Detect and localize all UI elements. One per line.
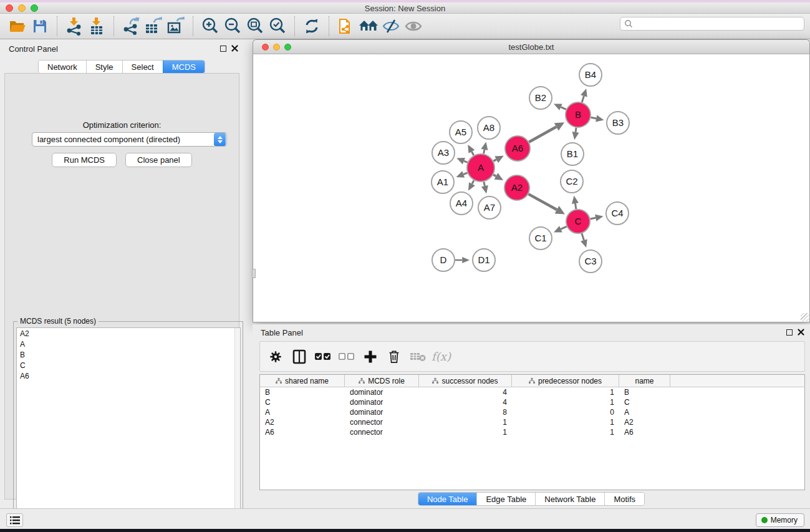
graph-edge-C-C1[interactable]	[561, 226, 566, 229]
attribute-tree-icon	[359, 378, 365, 384]
tab-select[interactable]: Select	[122, 60, 163, 73]
table-column-header[interactable]: name	[619, 375, 670, 387]
graph-edge-A-A1[interactable]	[463, 173, 467, 174]
graph-node-label: A4	[456, 198, 467, 208]
graph-edge-A2-C[interactable]	[528, 194, 557, 210]
graph-edge-A-A8[interactable]	[484, 150, 485, 154]
show-graphics-details-icon[interactable]	[402, 16, 425, 37]
float-table-panel-icon[interactable]	[786, 329, 793, 336]
graph-edge-A-A7[interactable]	[484, 181, 485, 186]
table-row[interactable]: A2connector11A2	[260, 417, 804, 427]
memory-button[interactable]: Memory	[756, 513, 804, 527]
graph-edge-A6-B[interactable]	[529, 127, 556, 142]
delete-table-icon[interactable]	[407, 346, 428, 367]
graph-edge-A-A5[interactable]	[471, 152, 473, 155]
save-session-icon[interactable]	[29, 16, 51, 37]
graph-edge-A-A2[interactable]	[493, 175, 496, 176]
zoom-out-icon[interactable]	[221, 16, 244, 37]
graph-node-label: A3	[438, 147, 449, 158]
table-row[interactable]: A6connector11A6	[260, 427, 804, 437]
column-layout-icon[interactable]	[289, 346, 309, 367]
graph-edge-B-B2[interactable]	[561, 107, 566, 110]
tab-network-table[interactable]: Network Table	[535, 493, 604, 505]
table-cell: 4	[419, 388, 512, 397]
graph-edge-A-A3[interactable]	[464, 161, 468, 162]
graph-node-label: A6	[512, 143, 523, 153]
close-panel-button[interactable]: Close panel	[125, 153, 192, 167]
graph-edge-A-A6[interactable]	[493, 160, 496, 162]
zoom-selected-icon[interactable]	[266, 16, 289, 37]
tab-motifs[interactable]: Motifs	[604, 493, 644, 505]
mcds-result-item[interactable]: A6	[17, 370, 240, 381]
graph-node-label: C4	[611, 208, 623, 218]
table-cell: C	[260, 398, 345, 407]
tab-style[interactable]: Style	[86, 60, 122, 73]
node-table[interactable]: shared nameMCDS rolesuccessor nodesprede…	[259, 374, 805, 490]
tab-mcds[interactable]: MCDS	[163, 60, 205, 73]
network-document-icon[interactable]	[335, 16, 357, 37]
toolbar-separator	[113, 16, 114, 36]
add-column-icon[interactable]	[360, 346, 380, 367]
table-cell: 1	[419, 428, 512, 437]
session-title: Session: New Session	[0, 4, 810, 13]
table-row[interactable]: Adominator80A	[260, 407, 804, 417]
table-column-header[interactable]: MCDS role	[345, 375, 419, 387]
mcds-result-item[interactable]: C	[17, 360, 240, 370]
function-builder-icon[interactable]: f(x)	[431, 346, 451, 367]
graph-edge-B-B1[interactable]	[576, 128, 576, 132]
task-history-button[interactable]	[6, 513, 23, 527]
tab-node-table[interactable]: Node Table	[418, 493, 477, 505]
graph-node-label: A7	[484, 202, 495, 213]
close-panel-icon[interactable]	[231, 45, 238, 52]
import-network-icon[interactable]	[63, 16, 85, 37]
network-canvas[interactable]: AA6A2BCB4B2B3B1A5A8A3A1A4A7C2C4C1C3DD1	[253, 54, 810, 322]
mcds-result-item[interactable]: B	[17, 349, 240, 360]
scrollbar-track[interactable]	[234, 328, 240, 528]
home-icon[interactable]	[357, 16, 380, 37]
float-panel-icon[interactable]	[220, 46, 226, 52]
select-all-checkboxes-icon[interactable]	[312, 346, 333, 367]
graph-node-label: B3	[612, 117, 624, 128]
import-table-icon[interactable]	[85, 16, 108, 37]
zoom-in-icon[interactable]	[199, 16, 221, 37]
graph-edge-C-C3[interactable]	[582, 233, 584, 240]
graph-edge-C-C4[interactable]	[591, 218, 596, 219]
graph-edge-B-B4[interactable]	[582, 96, 584, 102]
deselect-checkboxes-icon[interactable]	[336, 346, 357, 367]
run-mcds-button[interactable]: Run MCDS	[52, 153, 117, 167]
graph-edge-A-A4[interactable]	[472, 180, 474, 184]
export-network-icon[interactable]	[120, 16, 142, 37]
mcds-result-item[interactable]: A2	[17, 328, 240, 339]
table-column-header[interactable]: predecessor nodes	[512, 375, 619, 387]
edge-arrowhead	[481, 185, 488, 193]
refresh-layout-icon[interactable]	[301, 16, 323, 37]
network-window-titlebar[interactable]: testGlobe.txt	[253, 39, 810, 54]
table-row[interactable]: Cdominator41C	[260, 397, 804, 407]
search-field[interactable]	[620, 17, 804, 31]
graph-edge-B-B3[interactable]	[591, 117, 597, 118]
export-table-icon[interactable]	[142, 16, 165, 37]
settings-gear-icon[interactable]	[265, 346, 286, 367]
table-panel: Table Panel	[253, 324, 810, 506]
table-cell: A6	[619, 428, 670, 437]
mcds-result-list[interactable]: A2ABCA6	[16, 327, 241, 529]
optimization-criterion-dropdown[interactable]: largest connected component (directed)	[32, 132, 227, 147]
status-bar: Memory	[0, 508, 810, 529]
hide-graphics-details-icon[interactable]	[380, 16, 402, 37]
mcds-result-item[interactable]: A	[17, 339, 240, 349]
zoom-fit-icon[interactable]	[244, 16, 266, 37]
divider-grip[interactable]	[252, 269, 256, 278]
tab-edge-table[interactable]: Edge Table	[476, 493, 535, 505]
open-file-icon[interactable]	[6, 16, 29, 37]
graph-edge-C-C2[interactable]	[575, 203, 576, 209]
table-row[interactable]: Bdominator41B	[260, 387, 804, 397]
close-table-panel-icon[interactable]	[798, 329, 804, 336]
tab-network[interactable]: Network	[39, 60, 86, 73]
table-column-header[interactable]: successor nodes	[419, 375, 512, 387]
graph-node-label: B2	[535, 92, 546, 103]
table-column-header[interactable]: shared name	[260, 375, 345, 387]
delete-column-icon[interactable]	[383, 346, 404, 367]
export-image-icon[interactable]	[165, 16, 187, 37]
search-input[interactable]	[633, 18, 804, 29]
window-resize-grip[interactable]	[801, 313, 809, 321]
